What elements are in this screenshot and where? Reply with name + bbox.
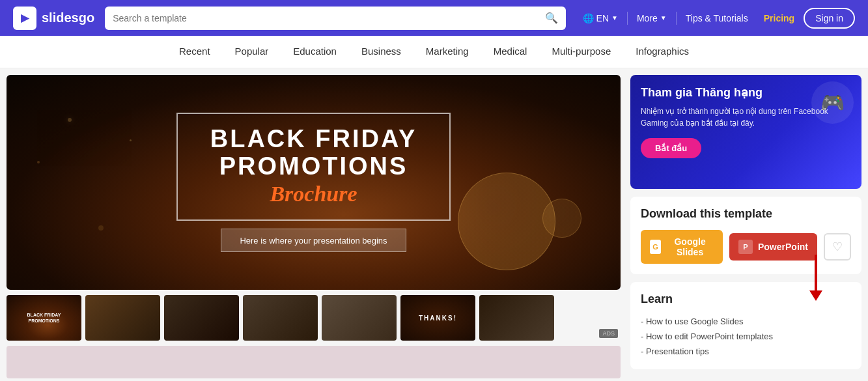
preview-title-line2: PROMOTIONS <box>210 153 417 180</box>
arrow-head-down <box>809 290 822 301</box>
google-slides-button[interactable]: G Google Slides <box>641 230 723 264</box>
chevron-down-icon-2: ▼ <box>660 14 667 21</box>
logo-icon: ▶ <box>13 7 36 30</box>
sub-nav: Recent Popular Education Business Market… <box>0 36 868 68</box>
ad-description: Nhiệm vụ trở thành người tạo nội dung tr… <box>641 106 851 129</box>
sign-in-label: Sign in <box>815 13 843 23</box>
thumbnail-5[interactable] <box>322 295 397 341</box>
search-bar: 🔍 <box>105 7 565 30</box>
thumb-1-text: BLACK FRIDAYPROMOTIONS <box>25 309 64 326</box>
subnav-item-popular[interactable]: Popular <box>232 36 272 67</box>
thumbnail-3[interactable] <box>164 295 239 341</box>
preview-title-box: BLACK FRIDAY PROMOTIONS Brochure <box>176 113 451 221</box>
preview-content: BLACK FRIDAY PROMOTIONS Brochure Here is… <box>7 75 621 290</box>
search-input[interactable] <box>113 13 539 23</box>
google-slides-icon: G <box>650 240 661 254</box>
thumb-6-text: THANKS! <box>419 315 457 322</box>
download-section: Download this template G Google Slides P… <box>630 197 861 274</box>
header-separator-1 <box>627 12 628 25</box>
tips-label: Tips & Tutorials <box>686 13 748 23</box>
learn-item-3[interactable]: - Presentation tips <box>641 344 851 359</box>
bottom-content-strip <box>7 346 621 378</box>
chevron-down-icon: ▼ <box>611 14 618 21</box>
left-content: BLACK FRIDAY PROMOTIONS Brochure Here is… <box>0 68 627 381</box>
wishlist-button[interactable]: ♡ <box>824 233 851 261</box>
subnav-item-infographics[interactable]: Infographics <box>633 36 692 67</box>
subnav-item-education[interactable]: Education <box>290 36 339 67</box>
powerpoint-label: PowerPoint <box>758 242 808 252</box>
ad-cta-button[interactable]: Bắt đầu <box>641 138 701 158</box>
subnav-item-marketing[interactable]: Marketing <box>423 36 471 67</box>
thumbnail-7[interactable] <box>479 295 554 341</box>
thumbnail-2[interactable] <box>85 295 160 341</box>
logo-text: slidesgo <box>42 10 94 25</box>
subnav-item-business[interactable]: Business <box>359 36 404 67</box>
main-layout: BLACK FRIDAY PROMOTIONS Brochure Here is… <box>0 68 868 381</box>
powerpoint-button[interactable]: P PowerPoint <box>729 233 817 261</box>
preview-subtitle-box: Here is where your presentation begins <box>221 229 406 252</box>
sign-in-button[interactable]: Sign in <box>804 8 855 29</box>
thumbnail-6[interactable]: THANKS! <box>400 295 475 341</box>
ad-banner: 🎮 Tham gia Thăng hạng Nhiệm vụ trở thành… <box>630 75 861 189</box>
main-preview[interactable]: BLACK FRIDAY PROMOTIONS Brochure Here is… <box>7 75 621 290</box>
preview-title-line1: BLACK FRIDAY <box>210 126 417 153</box>
arrow-indicator <box>809 255 822 301</box>
pricing-link[interactable]: Pricing <box>757 9 801 27</box>
ads-badge: ADS <box>599 329 618 338</box>
pricing-label: Pricing <box>764 13 794 23</box>
preview-subtitle: Here is where your presentation begins <box>240 236 387 246</box>
subnav-item-medical[interactable]: Medical <box>491 36 530 67</box>
subnav-item-recent[interactable]: Recent <box>176 36 213 67</box>
arrow-shaft <box>815 255 817 290</box>
thumbnail-4[interactable] <box>243 295 318 341</box>
subnav-item-multipurpose[interactable]: Multi-purpose <box>549 36 613 67</box>
header-separator-2 <box>676 12 677 25</box>
tips-link[interactable]: Tips & Tutorials <box>679 9 755 27</box>
preview-title-script: Brochure <box>210 181 417 208</box>
right-sidebar: 🎮 Tham gia Thăng hạng Nhiệm vụ trở thành… <box>627 68 868 381</box>
learn-item-1[interactable]: - How to use Google Slides <box>641 314 851 329</box>
globe-icon: 🌐 <box>583 13 594 23</box>
download-title: Download this template <box>641 207 851 221</box>
header-nav: 🌐 EN ▼ More ▼ Tips & Tutorials Pricing S… <box>576 8 855 29</box>
search-icon[interactable]: 🔍 <box>545 12 558 24</box>
thumbnail-1[interactable]: BLACK FRIDAYPROMOTIONS <box>7 295 81 341</box>
powerpoint-icon: P <box>738 240 753 254</box>
more-label: More <box>637 13 658 23</box>
language-selector[interactable]: 🌐 EN ▼ <box>576 9 624 27</box>
thumbnails-row: BLACK FRIDAYPROMOTIONS THANKS! ADS <box>7 295 621 341</box>
google-slides-label: Google Slides <box>666 236 714 257</box>
more-menu[interactable]: More ▼ <box>630 9 673 27</box>
lang-label: EN <box>596 13 609 23</box>
learn-section: Learn - How to use Google Slides - How t… <box>630 282 861 369</box>
logo-area[interactable]: ▶ slidesgo <box>13 7 94 30</box>
site-header: ▶ slidesgo 🔍 🌐 EN ▼ More ▼ Tips & Tutori… <box>0 0 868 36</box>
learn-item-2[interactable]: - How to edit PowerPoint templates <box>641 329 851 344</box>
